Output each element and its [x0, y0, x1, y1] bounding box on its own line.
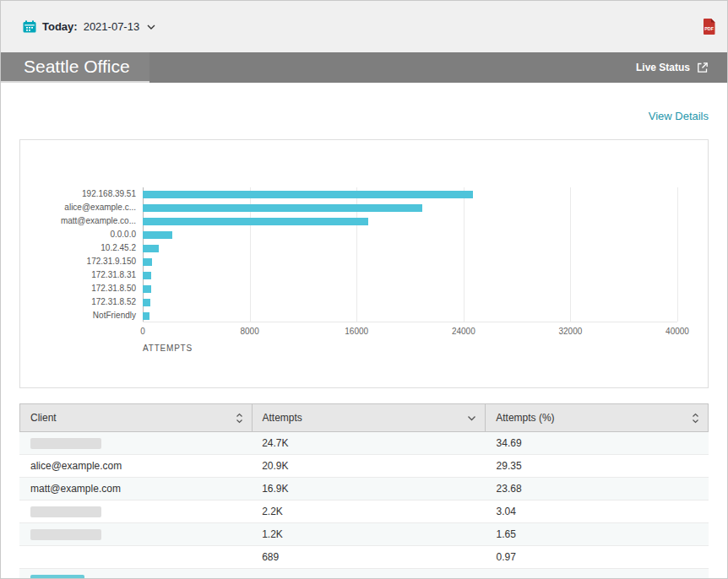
client-cell	[19, 506, 251, 517]
x-tick-label: 40000	[666, 327, 689, 336]
column-label: Attempts	[263, 412, 302, 424]
bar-192-168-39-51[interactable]	[143, 191, 473, 198]
bar-10-2-45-2[interactable]	[143, 245, 159, 252]
y-axis-labels: 192.168.39.51alice@example.c...matt@exam…	[20, 187, 143, 353]
client-cell: matt@example.com	[19, 483, 251, 495]
y-tick-label: 172.31.8.52	[20, 295, 143, 309]
bar-notfriendly[interactable]	[143, 312, 149, 320]
bar-chart: 192.168.39.51alice@example.c...matt@exam…	[20, 140, 708, 353]
attempts-cell: 20.9K	[251, 460, 485, 472]
clients-table: ClientAttemptsAttempts (%) 24.7K34.69ali…	[19, 403, 709, 579]
pdf-icon: PDF	[703, 19, 715, 35]
table-row[interactable]: 2.2K3.04	[19, 501, 709, 523]
column-header-attempts[interactable]: Attempts	[252, 404, 486, 431]
client-cell	[19, 529, 251, 540]
bar-172-31-8-31[interactable]	[143, 272, 151, 279]
attempts-cell: 1.2K	[251, 528, 485, 540]
attempts-pct-cell: 3.04	[486, 506, 709, 517]
attempts-cell: 16.9K	[251, 483, 485, 495]
bar-0-0-0-0[interactable]	[143, 231, 172, 239]
table-row[interactable]	[19, 569, 709, 579]
redacted-client	[30, 575, 84, 579]
y-tick-label: NotFriendly	[20, 309, 143, 322]
clients-table-header: ClientAttemptsAttempts (%)	[19, 403, 709, 432]
x-tick-label: 16000	[345, 327, 368, 336]
title-tab: Seattle Office	[1, 52, 149, 83]
topbar: Today: 2021-07-13 PDF	[1, 1, 727, 52]
attempts-pct-cell: 0.97	[486, 551, 709, 563]
column-header-client[interactable]: Client	[20, 404, 252, 431]
page-title: Seattle Office	[24, 57, 130, 77]
table-row[interactable]: alice@example.com20.9K29.35	[19, 455, 709, 478]
export-pdf-button[interactable]: PDF	[703, 19, 715, 35]
view-details-link[interactable]: View Details	[649, 110, 709, 122]
y-tick-label: 172.31.9.150	[20, 255, 143, 268]
attempts-pct-cell: 1.65	[486, 528, 709, 540]
x-tick-label: 0	[140, 327, 145, 336]
y-tick-label: alice@example.c...	[20, 201, 143, 214]
bar-row	[143, 228, 677, 241]
y-tick-label: 0.0.0.0	[20, 228, 143, 241]
report-content: View Details 192.168.39.51alice@example.…	[1, 108, 727, 579]
today-label: Today:	[42, 20, 78, 33]
sort-toggle-icon	[692, 413, 699, 424]
clients-table-body: 24.7K34.69alice@example.com20.9K29.35mat…	[19, 432, 709, 579]
client-cell	[19, 438, 251, 449]
dashboard-page: Today: 2021-07-13 PDF Seattle Office Liv…	[0, 0, 728, 579]
bar-row	[143, 268, 677, 282]
bar-172-31-9-150[interactable]	[143, 258, 152, 266]
svg-text:PDF: PDF	[704, 26, 714, 31]
attempts-pct-cell: 23.68	[486, 483, 709, 495]
column-header-attempts[interactable]: Attempts (%)	[485, 404, 708, 431]
bar-row	[143, 201, 677, 214]
bar-alice-example-c[interactable]	[143, 204, 422, 212]
attempts-pct-cell: 29.35	[486, 460, 709, 472]
y-tick-label: 10.2.45.2	[20, 241, 143, 255]
bar-row	[143, 295, 677, 309]
x-tick-label: 32000	[558, 327, 582, 336]
column-label: Attempts (%)	[496, 412, 554, 424]
column-label: Client	[30, 412, 57, 424]
bar-row	[143, 309, 677, 322]
chevron-down-icon	[147, 24, 155, 30]
bar-172-31-8-52[interactable]	[143, 299, 150, 306]
bar-row	[143, 187, 677, 201]
client-cell: alice@example.com	[19, 460, 251, 472]
date-range-picker[interactable]: Today: 2021-07-13	[23, 20, 155, 33]
bar-row	[143, 255, 677, 268]
table-row[interactable]: 1.2K1.65	[19, 523, 709, 546]
y-tick-label: 172.31.8.50	[20, 282, 143, 295]
redacted-client	[30, 529, 101, 540]
chart-card: 192.168.39.51alice@example.c...matt@exam…	[19, 139, 709, 388]
bar-row	[143, 214, 677, 228]
table-row[interactable]: 6890.97	[19, 546, 709, 569]
y-tick-label: matt@example.co...	[20, 214, 143, 228]
redacted-client	[30, 506, 101, 517]
x-tick-label: 24000	[452, 327, 475, 336]
redacted-client	[30, 438, 101, 449]
attempts-cell: 2.2K	[251, 506, 485, 517]
external-link-icon	[697, 62, 709, 73]
gridline	[677, 187, 678, 322]
plot-area	[143, 187, 677, 322]
bar-row	[143, 241, 677, 255]
page-header: Seattle Office Live Status	[1, 52, 727, 83]
view-details-row: View Details	[19, 108, 709, 122]
attempts-pct-cell: 34.69	[486, 437, 709, 449]
plot-wrap: 0800016000240003200040000 ATTEMPTS	[143, 187, 677, 353]
y-tick-label: 192.168.39.51	[20, 187, 143, 201]
x-axis: 0800016000240003200040000	[143, 327, 677, 338]
calendar-icon	[23, 20, 36, 33]
bar-172-31-8-50[interactable]	[143, 285, 151, 293]
sort-toggle-icon	[236, 413, 243, 424]
live-status-link[interactable]: Live Status	[636, 52, 727, 83]
selected-date: 2021-07-13	[84, 20, 140, 33]
table-row[interactable]: matt@example.com16.9K23.68	[19, 478, 709, 501]
x-axis-title: ATTEMPTS	[143, 344, 677, 353]
bar-matt-example-co[interactable]	[143, 218, 368, 225]
bar-row	[143, 282, 677, 295]
x-tick-label: 8000	[240, 327, 258, 336]
live-status-label: Live Status	[636, 62, 690, 73]
attempts-cell: 689	[251, 551, 485, 563]
table-row[interactable]: 24.7K34.69	[19, 432, 709, 455]
